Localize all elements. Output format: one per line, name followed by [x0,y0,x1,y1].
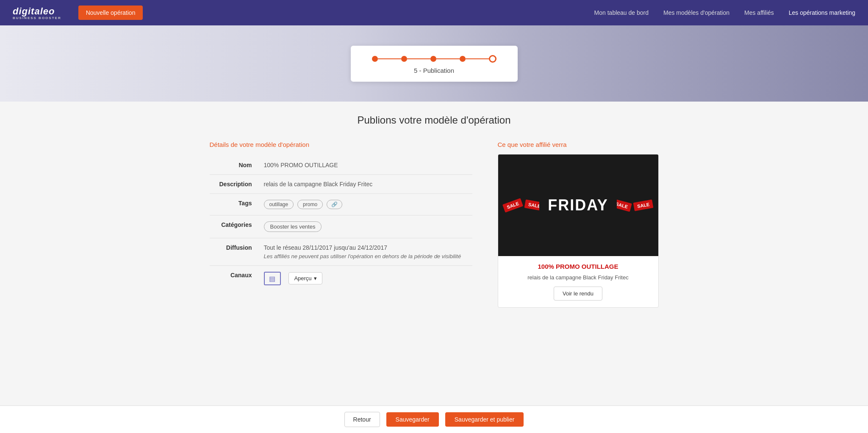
navbar: digitaleo BUSINESS BOOSTER Nouvelle opér… [0,0,868,25]
page-title: Publions votre modèle d'opération [210,114,659,126]
preview-image: SALE SALE SALE SALE SALE SALE SALE FRIDA… [498,154,658,256]
categories-label: Catégories [210,215,261,238]
new-operation-button[interactable]: Nouvelle opération [78,6,143,20]
preview-card: SALE SALE SALE SALE SALE SALE SALE FRIDA… [498,154,659,308]
step-line-2 [407,58,430,59]
hero-banner: 5 - Publication [0,25,868,102]
stepper-card: 5 - Publication [351,46,518,82]
category-pill: Booster les ventes [264,221,322,232]
detail-table: Nom 100% PROMO OUTILLAGE Description rel… [210,156,472,291]
description-value: relais de la campagne Black Friday Frite… [261,175,472,194]
nav-affilies[interactable]: Mes affiliés [744,9,774,16]
apercu-chevron-icon: ▾ [314,275,317,281]
right-column: Ce que votre affilié verra SALE SALE SAL… [498,141,659,308]
canaux-label: Canaux [210,266,261,292]
nav-links: Mon tableau de bord Mes modèles d'opérat… [594,9,855,16]
nav-tableau-bord[interactable]: Mon tableau de bord [594,9,649,16]
description-row: Description relais de la campagne Black … [210,175,472,194]
sale-tag-7: SALE [633,199,653,211]
preview-body: 100% PROMO OUTILLAGE relais de la campag… [498,256,658,307]
canaux-row: Canaux Aperçu ▾ [210,266,472,292]
tags-label: Tags [210,194,261,215]
nav-modeles[interactable]: Mes modèles d'opération [663,9,729,16]
left-section-heading: Détails de votre modèle d'opération [210,141,472,148]
description-label: Description [210,175,261,194]
apercu-button[interactable]: Aperçu ▾ [288,272,322,284]
nom-value: 100% PROMO OUTILLAGE [261,156,472,175]
apercu-label: Aperçu [294,275,311,281]
right-section-heading: Ce que votre affilié verra [498,141,659,148]
step-2 [401,56,407,62]
preview-description: relais de la campagne Black Friday Frite… [505,274,652,281]
step-line-1 [378,58,401,59]
voir-rendu-button[interactable]: Voir le rendu [554,287,602,301]
categories-value: Booster les ventes [261,215,472,238]
tags-row: Tags outillage promo 🔗 [210,194,472,215]
categories-row: Catégories Booster les ventes [210,215,472,238]
stepper-label: 5 - Publication [372,67,496,74]
tags-value: outillage promo 🔗 [261,194,472,215]
nom-row: Nom 100% PROMO OUTILLAGE [210,156,472,175]
diffusion-note: Les affiliés ne peuvent pas utiliser l'o… [264,253,469,259]
nom-label: Nom [210,156,261,175]
preview-product-name: 100% PROMO OUTILLAGE [505,263,652,270]
step-5-active [489,55,496,63]
canaux-value: Aperçu ▾ [261,266,472,292]
step-4 [460,56,466,62]
step-line-3 [436,58,460,59]
left-column: Détails de votre modèle d'opération Nom … [210,141,472,291]
canal-icon [264,272,281,285]
logo: digitaleo BUSINESS BOOSTER [13,6,61,20]
sale-tag-1: SALE [502,198,523,212]
diffusion-row: Diffusion Tout le réseau 28/11/2017 jusq… [210,238,472,266]
main-content: Publions votre modèle d'opération Détail… [201,102,667,350]
step-line-4 [466,58,489,59]
nav-operations-marketing[interactable]: Les opérations marketing [789,9,855,16]
two-col-layout: Détails de votre modèle d'opération Nom … [210,141,659,308]
tag-promo: promo [297,200,323,209]
diffusion-value: Tout le réseau 28/11/2017 jusqu'au 24/12… [261,238,472,266]
stepper-track [372,55,496,63]
diffusion-label: Diffusion [210,238,261,266]
tag-outillage: outillage [264,200,294,209]
step-3 [430,56,436,62]
diffusion-line1: Tout le réseau 28/11/2017 jusqu'au 24/12… [264,244,469,251]
step-1 [372,56,378,62]
friday-title: FRIDAY [539,193,617,218]
tag-link-icon[interactable]: 🔗 [327,200,342,209]
